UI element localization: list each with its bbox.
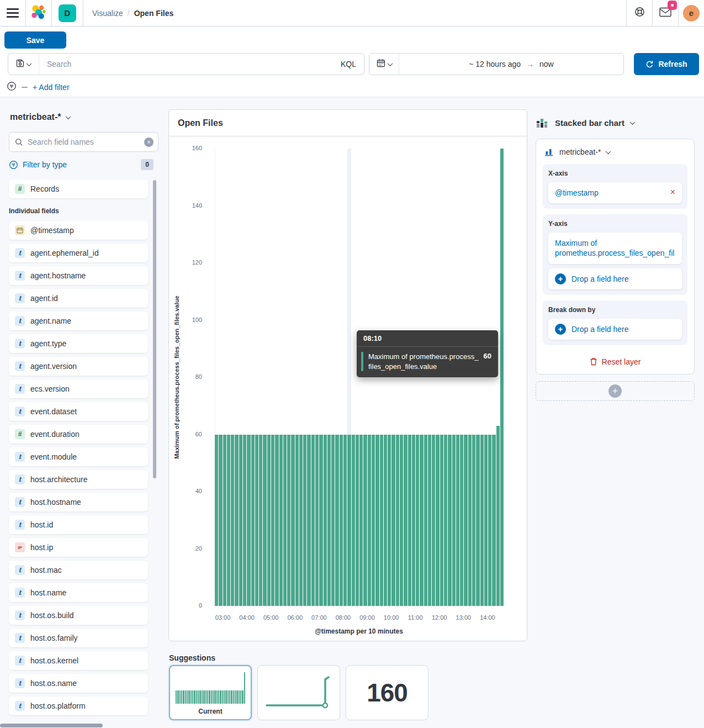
bar-3[interactable] <box>227 435 230 606</box>
bar-42[interactable] <box>384 435 387 606</box>
bar-41[interactable] <box>380 435 383 606</box>
field-item-host.architecture[interactable]: thost.architecture <box>9 470 148 489</box>
bar-23[interactable] <box>307 435 310 606</box>
field-item-agent.hostname[interactable]: tagent.hostname <box>9 266 148 285</box>
field-item-agent.ephemeral_id[interactable]: tagent.ephemeral_id <box>9 244 148 262</box>
bar-54[interactable] <box>432 435 435 606</box>
help-button[interactable] <box>627 0 652 27</box>
horizontal-scrollbar[interactable] <box>0 722 704 728</box>
bar-5[interactable] <box>235 435 238 606</box>
bar-26[interactable] <box>319 435 322 606</box>
bar-22[interactable] <box>303 435 306 606</box>
bar-46[interactable] <box>400 435 403 606</box>
field-item-event.dataset[interactable]: tevent.dataset <box>9 402 148 421</box>
bar-13[interactable] <box>267 435 271 606</box>
bar-44[interactable] <box>391 435 395 606</box>
bar-39[interactable] <box>372 435 375 606</box>
field-item-records[interactable]: # Records <box>9 180 148 198</box>
bar-70[interactable] <box>496 426 500 606</box>
bar-68[interactable] <box>488 435 491 606</box>
field-item-host.mac[interactable]: thost.mac <box>9 561 148 579</box>
bar-2[interactable] <box>223 435 226 606</box>
saved-query-menu-button[interactable] <box>8 54 39 75</box>
search-input[interactable] <box>39 54 333 75</box>
bar-56[interactable] <box>440 435 443 606</box>
bar-63[interactable] <box>468 435 472 606</box>
field-item-agent.id[interactable]: tagent.id <box>9 289 148 308</box>
bar-33[interactable] <box>347 435 351 606</box>
bar-71[interactable] <box>500 149 504 606</box>
field-item-host.os.name[interactable]: thost.os.name <box>9 674 148 693</box>
bar-37[interactable] <box>363 435 367 606</box>
bar-50[interactable] <box>416 435 419 606</box>
bar-34[interactable] <box>352 435 355 606</box>
field-item-agent.type[interactable]: tagent.type <box>9 334 148 353</box>
remove-dimension-icon[interactable]: × <box>670 188 675 197</box>
bar-67[interactable] <box>484 435 488 606</box>
bar-62[interactable] <box>464 435 467 606</box>
bar-17[interactable] <box>283 435 287 606</box>
bar-49[interactable] <box>412 435 415 606</box>
bar-47[interactable] <box>404 435 407 606</box>
bar-15[interactable] <box>275 435 278 606</box>
bar-16[interactable] <box>279 435 283 606</box>
bar-18[interactable] <box>287 435 290 606</box>
bar-59[interactable] <box>452 435 456 606</box>
field-item-host.hostname[interactable]: thost.hostname <box>9 493 148 511</box>
field-item-host.name[interactable]: thost.name <box>9 583 148 602</box>
suggestion-line-chart[interactable] <box>257 665 340 720</box>
bar-14[interactable] <box>271 435 274 606</box>
bar-9[interactable] <box>251 435 255 606</box>
bar-48[interactable] <box>408 435 411 606</box>
bar-66[interactable] <box>480 435 484 606</box>
space-selector[interactable]: D <box>52 0 83 27</box>
menu-button[interactable] <box>0 0 25 27</box>
field-item-ecs.version[interactable]: tecs.version <box>9 379 148 398</box>
bar-31[interactable] <box>340 435 343 606</box>
bar-55[interactable] <box>436 435 439 606</box>
bar-60[interactable] <box>456 435 459 606</box>
bar-11[interactable] <box>259 435 262 606</box>
bar-4[interactable] <box>231 435 234 606</box>
chart-type-selector[interactable]: Stacked bar chart <box>536 116 695 129</box>
field-item-event.module[interactable]: tevent.module <box>9 447 148 466</box>
bar-43[interactable] <box>388 435 391 606</box>
add-layer-button[interactable]: + <box>536 381 695 401</box>
bar-51[interactable] <box>420 435 423 606</box>
bar-40[interactable] <box>375 435 379 606</box>
sidebar-scrollbar[interactable] <box>153 180 156 478</box>
field-item-host.os.platform[interactable]: thost.os.platform <box>9 697 148 715</box>
bar-53[interactable] <box>428 435 431 606</box>
bar-29[interactable] <box>331 435 335 606</box>
filter-by-type-button[interactable]: Filter by type <box>23 160 67 169</box>
bar-57[interactable] <box>444 435 447 606</box>
bar-19[interactable] <box>291 435 294 606</box>
y-axis-drop-zone[interactable]: + Drop a field here <box>548 268 682 289</box>
save-button[interactable]: Save <box>4 31 66 49</box>
time-range-button[interactable]: ~ 12 hours ago → now <box>399 54 623 75</box>
layer-index-pattern-selector[interactable]: metricbeat-* <box>543 146 687 164</box>
filter-options-icon[interactable] <box>7 81 17 93</box>
y-axis-dimension[interactable]: Maximum of prometheus.process_files_open… <box>548 233 682 263</box>
field-item-host.os.kernel[interactable]: thost.os.kernel <box>9 651 148 670</box>
breadcrumb-visualize-link[interactable]: Visualize <box>92 9 123 18</box>
bar-36[interactable] <box>359 435 363 606</box>
field-item-host.os.family[interactable]: thost.os.family <box>9 629 148 647</box>
bar-45[interactable] <box>396 435 399 606</box>
bar-38[interactable] <box>368 435 371 606</box>
bar-28[interactable] <box>327 435 331 606</box>
bar-25[interactable] <box>315 435 319 606</box>
add-filter-button[interactable]: + Add filter <box>33 83 70 92</box>
reset-layer-button[interactable]: Reset layer <box>543 351 687 367</box>
suggestion-current[interactable]: Current <box>169 665 252 720</box>
field-item-@timestamp[interactable]: @timestamp <box>9 221 148 240</box>
bar-8[interactable] <box>247 435 250 606</box>
breakdown-drop-zone[interactable]: + Drop a field here <box>548 319 682 340</box>
field-item-event.duration[interactable]: #event.duration <box>9 425 148 444</box>
bar-20[interactable] <box>295 435 299 606</box>
kql-language-button[interactable]: KQL <box>333 60 364 68</box>
bar-64[interactable] <box>472 435 475 606</box>
elastic-home-button[interactable] <box>26 0 51 27</box>
bar-0[interactable] <box>215 435 218 606</box>
bar-21[interactable] <box>299 435 303 606</box>
